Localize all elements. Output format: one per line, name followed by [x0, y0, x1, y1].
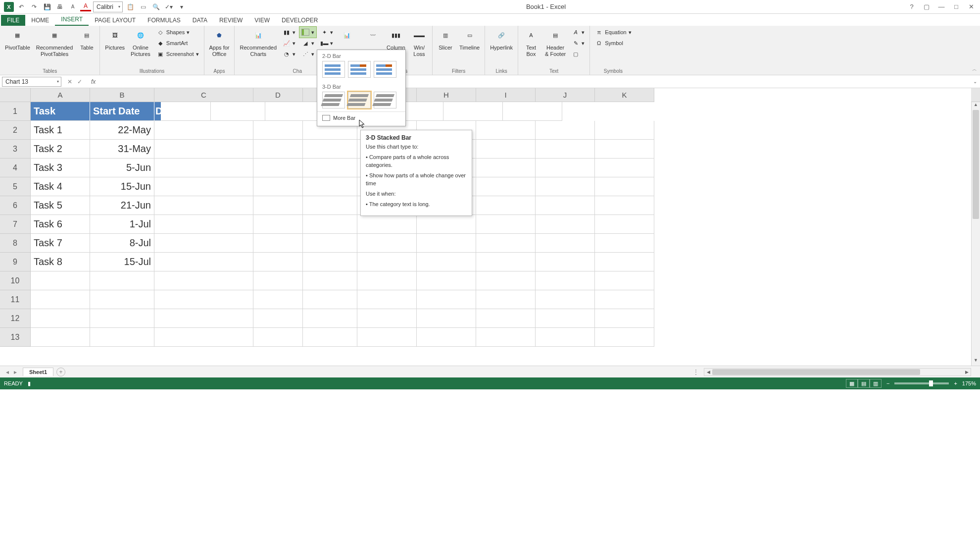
new-button[interactable]: ▭	[138, 1, 148, 12]
spelling-button[interactable]: ✓▾	[163, 1, 174, 12]
apps-for-office-button[interactable]: ⬟Apps for Office	[207, 27, 232, 58]
maximize-button[interactable]: □	[949, 1, 963, 12]
tab-review[interactable]: REVIEW	[213, 15, 248, 26]
zoom-level[interactable]: 175%	[962, 380, 976, 386]
cell[interactable]	[536, 215, 595, 234]
cell[interactable]	[253, 328, 303, 347]
shapes-button[interactable]: ◇Shapes ▾	[154, 27, 201, 38]
cell[interactable]	[595, 121, 654, 140]
fx-icon[interactable]: fx	[88, 78, 98, 85]
table-button[interactable]: ▤Table	[77, 27, 97, 52]
cell[interactable]	[417, 253, 476, 271]
cell[interactable]	[476, 159, 536, 177]
cell[interactable]	[536, 121, 595, 140]
cell[interactable]: 22-May	[90, 121, 154, 140]
cell[interactable]	[31, 271, 90, 290]
cell[interactable]	[154, 328, 253, 347]
row-header-11[interactable]: 11	[0, 290, 31, 309]
row-header-2[interactable]: 2	[0, 121, 31, 140]
minimize-button[interactable]: —	[934, 1, 948, 12]
macro-record-icon[interactable]: ▮	[28, 380, 31, 387]
name-box[interactable]: Chart 13	[2, 77, 61, 87]
cell[interactable]: Task 2	[31, 140, 90, 159]
recommended-pivottables-button[interactable]: ▦Recommended PivotTables	[34, 27, 75, 58]
row-header-5[interactable]: 5	[0, 177, 31, 196]
100-stacked-bar-2d[interactable]	[374, 61, 396, 78]
cell[interactable]: Task 8	[31, 253, 90, 271]
cell[interactable]	[536, 271, 595, 290]
redo-button[interactable]: ↷	[29, 1, 40, 12]
help-button[interactable]: ?	[905, 1, 919, 12]
cell[interactable]	[595, 215, 654, 234]
cell[interactable]	[303, 234, 357, 253]
cell[interactable]: Task 4	[31, 177, 90, 196]
tab-page-layout[interactable]: PAGE LAYOUT	[89, 15, 142, 26]
cell[interactable]	[161, 102, 211, 121]
cell[interactable]	[476, 121, 536, 140]
cell[interactable]	[595, 328, 654, 347]
cell[interactable]	[303, 253, 357, 271]
cell[interactable]	[303, 215, 357, 234]
cell[interactable]	[536, 234, 595, 253]
cell[interactable]	[417, 309, 476, 328]
cell[interactable]	[154, 290, 253, 309]
cell[interactable]	[253, 196, 303, 215]
row-header-13[interactable]: 13	[0, 328, 31, 347]
cell[interactable]	[357, 290, 417, 309]
cell[interactable]	[476, 290, 536, 309]
cell[interactable]	[303, 290, 357, 309]
column-header-J[interactable]: J	[536, 88, 595, 102]
stock-chart-button[interactable]: ✦▾	[318, 27, 335, 38]
cell[interactable]	[265, 102, 325, 121]
cell[interactable]	[253, 271, 303, 290]
enter-formula-button[interactable]: ✓	[77, 78, 82, 85]
cell[interactable]: 15-Jul	[90, 253, 154, 271]
cell[interactable]	[536, 140, 595, 159]
tab-developer[interactable]: DEVELOPER	[276, 15, 324, 26]
wordart-button[interactable]: A▾	[570, 27, 587, 38]
cell[interactable]	[476, 215, 536, 234]
print-preview-button[interactable]: 🔍	[150, 1, 161, 12]
sheet-nav-first[interactable]: ◂	[4, 369, 11, 375]
cell[interactable]	[536, 177, 595, 196]
tab-formulas[interactable]: FORMULAS	[142, 15, 187, 26]
cell[interactable]	[595, 290, 654, 309]
cell[interactable]	[476, 196, 536, 215]
more-bar-charts[interactable]: More Bar	[317, 111, 405, 124]
cell[interactable]: Task 5	[31, 196, 90, 215]
cell[interactable]	[154, 309, 253, 328]
column-chart-button[interactable]: ▮▮▾	[281, 27, 297, 38]
scroll-down-arrow[interactable]: ▼	[972, 358, 980, 366]
sparkline-column-button[interactable]: ▮▮▮Column	[385, 27, 407, 52]
cell[interactable]	[417, 328, 476, 347]
stacked-bar-2d[interactable]	[348, 61, 371, 78]
online-pictures-button[interactable]: 🌐Online Pictures	[129, 27, 152, 58]
cell[interactable]	[154, 234, 253, 253]
cell[interactable]: 1-Jul	[90, 215, 154, 234]
column-header-C[interactable]: C	[154, 88, 253, 102]
cells-area[interactable]: TaskStart DateDTask 122-MayTask 231-MayT…	[31, 102, 971, 366]
symbol-button[interactable]: ΩSymbol	[593, 38, 633, 49]
scroll-left-arrow[interactable]: ◀	[704, 370, 712, 374]
cell[interactable]	[90, 290, 154, 309]
cell[interactable]: D	[154, 102, 161, 121]
ribbon-display-button[interactable]: ▢	[920, 1, 933, 12]
cell[interactable]	[253, 309, 303, 328]
cell[interactable]	[417, 290, 476, 309]
scatter-chart-button[interactable]: ⋰▾	[299, 49, 316, 59]
page-break-view-button[interactable]: ▥	[870, 379, 882, 388]
cell[interactable]	[90, 271, 154, 290]
cell[interactable]	[154, 196, 253, 215]
cell[interactable]	[154, 177, 253, 196]
cell[interactable]	[536, 159, 595, 177]
cell[interactable]	[595, 309, 654, 328]
tab-insert[interactable]: INSERT	[55, 14, 89, 26]
cell[interactable]	[476, 328, 536, 347]
expand-formula-bar[interactable]: ⌄	[970, 79, 980, 84]
screenshot-button[interactable]: ▣Screenshot ▾	[154, 49, 201, 59]
cell[interactable]	[253, 121, 303, 140]
cell[interactable]	[154, 121, 253, 140]
page-layout-view-button[interactable]: ▤	[858, 379, 870, 388]
cell[interactable]	[357, 271, 417, 290]
font-selector[interactable]: Calibri	[93, 1, 123, 12]
